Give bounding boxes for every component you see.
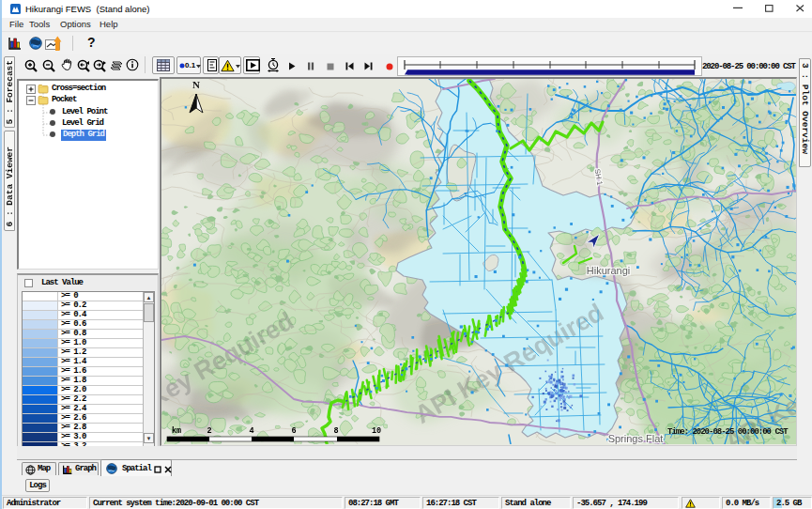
svg-text:2: 2: [207, 426, 211, 436]
svg-text:8: 8: [333, 426, 338, 436]
svg-text:Springs Flat: Springs Flat: [608, 433, 664, 444]
svg-text:km: km: [172, 426, 181, 436]
svg-text:4: 4: [249, 426, 253, 436]
svg-text:N: N: [192, 79, 200, 90]
svg-text:Time: 2020-08-25 00:00:00 CST: Time: 2020-08-25 00:00:00 CST: [667, 427, 789, 437]
svg-text:Hikurangi: Hikurangi: [587, 265, 630, 276]
svg-text:10: 10: [372, 426, 381, 436]
svg-text:6: 6: [291, 426, 296, 436]
